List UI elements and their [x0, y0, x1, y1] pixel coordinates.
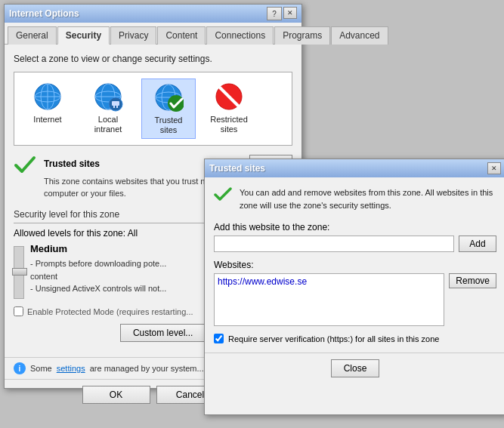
selected-zone-name: Trusted sites [44, 159, 100, 169]
svg-rect-11 [113, 106, 115, 108]
zones-box: Internet Local intranet [14, 72, 292, 146]
local-intranet-icon [93, 82, 123, 112]
tab-content[interactable]: Content [157, 26, 206, 45]
websites-label: Websites: [214, 260, 496, 270]
internet-options-title: Internet Options [9, 8, 79, 19]
internet-globe-icon [32, 82, 63, 112]
internet-options-titlebar: Internet Options ? ✕ [5, 5, 301, 23]
security-slider-thumb[interactable] [12, 268, 27, 276]
protected-mode-checkbox[interactable] [14, 306, 23, 316]
list-side-buttons: Remove [449, 273, 496, 326]
svg-rect-12 [116, 106, 118, 108]
tab-bar: General Security Privacy Content Connect… [5, 23, 301, 45]
ok-button[interactable]: OK [82, 386, 150, 404]
zone-restricted-sites-label: Restricted sites [205, 115, 253, 134]
zone-local-intranet[interactable]: Local intranet [81, 79, 135, 139]
dialog-info-row: You can add and remove websites from thi… [214, 186, 496, 211]
trusted-dialog-title: Trusted sites [209, 163, 265, 174]
help-button[interactable]: ? [267, 7, 282, 20]
remove-button[interactable]: Remove [449, 273, 496, 288]
websites-row: https://www.edwise.se Remove [214, 273, 496, 326]
close-dialog-button[interactable]: Close [331, 359, 380, 377]
svg-rect-10 [112, 101, 119, 106]
add-website-input[interactable] [214, 236, 454, 252]
add-website-label: Add this website to the zone: [214, 222, 496, 232]
trusted-dialog-content: You can add and remove websites from thi… [205, 177, 504, 353]
website-list-item[interactable]: https://www.edwise.se [218, 276, 441, 288]
security-slider-track[interactable] [14, 246, 24, 299]
trusted-sites-dialog: Trusted sites ✕ You can add and remove w… [204, 159, 504, 415]
trusted-check-icon [14, 155, 36, 176]
trusted-dialog-titlebar: Trusted sites ✕ [205, 159, 504, 177]
security-slider-area [14, 243, 24, 299]
dialog-check-icon [214, 186, 232, 203]
require-https-row: Require server verification (https:) for… [214, 334, 496, 343]
add-button[interactable]: Add [459, 236, 496, 252]
trusted-dialog-close[interactable]: ✕ [487, 162, 501, 174]
zone-internet[interactable]: Internet [20, 79, 75, 139]
dialog-info-text: You can add and remove websites from thi… [240, 186, 496, 211]
zone-trusted-sites[interactable]: Trusted sites [141, 79, 196, 139]
protected-mode-label: Enable Protected Mode (requires restarti… [27, 307, 193, 316]
trusted-sites-icon [153, 82, 184, 112]
window-controls: ? ✕ [267, 7, 297, 20]
zone-restricted-sites[interactable]: Restricted sites [202, 79, 256, 139]
zone-instruction: Select a zone to view or change security… [14, 54, 292, 64]
tab-programs[interactable]: Programs [274, 26, 330, 45]
close-button[interactable]: ✕ [283, 7, 297, 19]
tab-security[interactable]: Security [57, 26, 110, 45]
zone-local-intranet-label: Local intranet [84, 115, 132, 134]
zone-trusted-sites-label: Trusted sites [145, 115, 192, 135]
websites-list[interactable]: https://www.edwise.se [214, 273, 444, 326]
require-https-checkbox[interactable] [214, 334, 224, 343]
trusted-dialog-bottom-buttons: Close [205, 353, 504, 383]
tab-advanced[interactable]: Advanced [331, 26, 388, 45]
info-text-prefix: Some [30, 364, 52, 373]
add-website-row: Add [214, 236, 496, 252]
settings-link[interactable]: settings [57, 364, 85, 373]
tab-connections[interactable]: Connections [206, 26, 274, 45]
require-https-label: Require server verification (https:) for… [228, 334, 439, 343]
restricted-sites-icon [214, 82, 244, 112]
zone-internet-label: Internet [33, 115, 61, 125]
tab-privacy[interactable]: Privacy [110, 26, 156, 45]
info-text-suffix: are managed by your system... [90, 364, 204, 373]
info-icon: i [14, 362, 26, 374]
tab-general[interactable]: General [8, 26, 57, 45]
custom-level-button[interactable]: Custom level... [120, 324, 206, 342]
trusted-dialog-controls: ✕ [487, 162, 501, 174]
